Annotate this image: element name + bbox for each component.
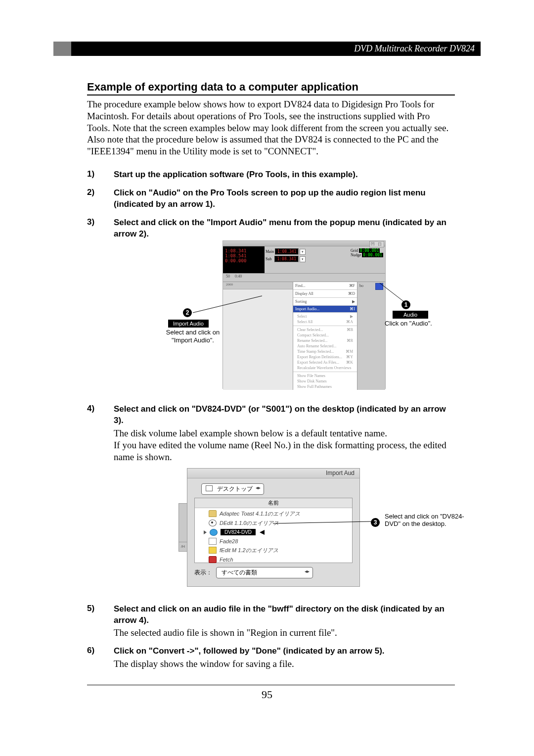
dialog-title: Import Aud <box>187 469 359 478</box>
disc-icon <box>210 529 218 536</box>
callout-badge-icon: 1 <box>401 300 410 309</box>
list-item-dv824-dvd[interactable]: DV824-DVD <box>195 528 352 537</box>
audio-region-menu[interactable]: Find...⌘F Display All⌘D Sorting▶ <box>293 282 357 390</box>
show-label: 表示： <box>194 568 212 577</box>
list-item[interactable]: DEdit 1.1.0のエイリアス <box>195 519 352 528</box>
transport-panel: Main 1:08.341 ▾ Sub 1:08.341 ▾ <box>265 246 350 273</box>
menu-item[interactable]: Show File Names <box>295 373 355 378</box>
step-text: Click on "Convert ->", followed by "Done… <box>114 646 455 657</box>
step-number: 2) <box>87 188 114 210</box>
header-title: DVD Multitrack Recorder DV824 <box>71 42 481 56</box>
step-number: 6) <box>87 646 114 670</box>
location-dropdown[interactable]: デスクトップ ◂▸ <box>201 483 264 495</box>
menu-item[interactable]: Select▶ <box>295 314 355 319</box>
menu-item-import-audio[interactable]: Import Audio...⌘I <box>293 306 357 312</box>
step-number: 5) <box>87 604 114 639</box>
pointer-arrow-icon <box>260 530 265 535</box>
procedure-steps: 1) Start up the application software (Pr… <box>87 169 455 670</box>
grid-value: 0:00.001 <box>359 248 380 253</box>
callout-2-text: Select and click on "Import Audio". <box>158 329 227 344</box>
step-text: Click on "Audio" on the Pro Tools screen… <box>114 188 455 210</box>
audio-tab-button[interactable] <box>375 283 383 290</box>
grid-panel: Grid 0:00.001 Nudge 0:00.001 <box>350 246 385 273</box>
filter-dropdown[interactable]: すべての書類 ◂▸ <box>216 567 313 578</box>
callout-1-label: Audio <box>393 310 428 319</box>
dropdown-icon: ▾ <box>300 256 306 262</box>
folder-icon <box>209 510 217 517</box>
step-text: Select and click on an audio file in the… <box>114 604 455 626</box>
nudge-value: 0:00.001 <box>362 253 383 257</box>
menu-item[interactable]: Sorting▶ <box>293 298 357 306</box>
ruler-bar: 50 0:40 <box>223 273 385 282</box>
counter-line: 1:08.541 <box>225 253 263 258</box>
figure-protools-menu: 凹 日 1:08.341 1:08.541 0:00.000 <box>114 240 455 394</box>
step-number: 1) <box>87 169 114 181</box>
footer-rule <box>87 685 455 685</box>
menu-item[interactable]: Select All⌘A <box>295 319 355 325</box>
page-header: DVD Multitrack Recorder DV824 <box>53 42 481 56</box>
callout-3: 3 <box>371 518 380 527</box>
window-titlebar: 凹 日 <box>223 241 385 246</box>
main-label: Main <box>266 249 274 254</box>
page-number: 95 <box>53 688 481 701</box>
menu-item[interactable]: Auto Rename Selected... <box>295 343 355 349</box>
callout-badge-icon: 3 <box>371 518 380 527</box>
app-icon <box>209 547 217 554</box>
menu-item[interactable]: Find...⌘F <box>293 282 357 290</box>
menu-item[interactable]: Recalculate Waveform Overviews <box>295 365 355 371</box>
app-icon <box>209 556 217 563</box>
step-description: The display shows the window for saving … <box>114 658 455 670</box>
menu-item[interactable]: Show Disk Names <box>295 378 355 384</box>
time-counter: 1:08.341 1:08.541 0:00.000 <box>223 246 265 273</box>
disclosure-triangle-icon <box>204 530 207 534</box>
file-icon <box>209 538 217 545</box>
sub-value: 1:08.341 <box>274 256 299 262</box>
callout-2-label: Import Audio <box>168 319 209 328</box>
callout-badge-icon: 2 <box>183 308 192 317</box>
file-list: 名前 Adaptec Toast 4.1.1のエイリアス DEdit 1.1.0… <box>194 498 353 563</box>
column-header: 名前 <box>195 498 352 508</box>
step-number: 3) <box>87 217 114 397</box>
list-item[interactable]: Fetch <box>195 555 352 564</box>
list-item[interactable]: Adaptec Toast 4.1.1のエイリアス <box>195 509 352 519</box>
figure-import-dialog: /H Import Aud デスクトップ ◂▸ 名前 <box>114 468 455 592</box>
step-text: Select and click on the "Import Audio" m… <box>114 217 455 240</box>
step-number: 4) <box>87 404 114 596</box>
protools-window: 凹 日 1:08.341 1:08.541 0:00.000 <box>222 240 386 389</box>
menu-item[interactable]: Export Region Definitions...⌘Y <box>295 354 355 360</box>
updown-icon: ◂▸ <box>256 485 261 490</box>
callout-2: 2 <box>183 308 192 317</box>
import-audio-dialog: /H Import Aud デスクトップ ◂▸ 名前 <box>187 468 360 587</box>
grid-label: Grid <box>351 248 358 253</box>
sub-label: Sub <box>266 257 271 261</box>
menu-item[interactable]: Time Stamp Selected...⌘M <box>295 349 355 354</box>
counter-line: 0:00.000 <box>225 258 263 263</box>
step-text: Select and click on "DV824-DVD" (or "S00… <box>114 404 455 426</box>
section-title: Example of exporting data to a computer … <box>87 81 455 95</box>
list-item[interactable]: Fade28 <box>195 537 352 546</box>
panel-label: bo <box>359 284 363 288</box>
counter-line: 1:08.341 <box>225 248 263 253</box>
step-description: The selected audio file is shown in "Reg… <box>114 627 455 639</box>
dropdown-icon: ▾ <box>300 249 306 255</box>
nudge-label: Nudge <box>351 253 361 257</box>
menu-item[interactable]: Export Selected As Files...⌘K <box>295 360 355 365</box>
step-text: Start up the application software (Pro T… <box>114 169 455 181</box>
dialog-side-tab: /H <box>178 542 187 552</box>
step-description: The disk volume label example shown belo… <box>114 427 455 463</box>
menu-item[interactable]: Show Full Pathnames <box>295 384 355 389</box>
app-icon <box>209 520 217 526</box>
menu-item[interactable]: Compact Selected... <box>295 332 355 338</box>
menu-item[interactable]: Clear Selected...⌘B <box>295 327 355 332</box>
intro-paragraph: The procedure example below shows how to… <box>87 98 455 157</box>
audio-regions-panel: bo <box>357 282 385 390</box>
callout-1-text: Click on "Audio". <box>385 320 444 328</box>
menu-item[interactable]: Rename Selected...⌘R <box>295 338 355 343</box>
timeline-area: 2000 <box>223 282 293 390</box>
menu-item[interactable]: Display All⌘D <box>293 290 357 298</box>
main-value: 1:08.341 <box>275 248 299 255</box>
callout-3-text: Select and click on "DV824-DVD" on the d… <box>385 513 479 528</box>
header-accent <box>53 42 71 56</box>
list-item[interactable]: fEdit M 1.2のエイリアス <box>195 546 352 555</box>
callout-1: 1 <box>401 300 410 309</box>
